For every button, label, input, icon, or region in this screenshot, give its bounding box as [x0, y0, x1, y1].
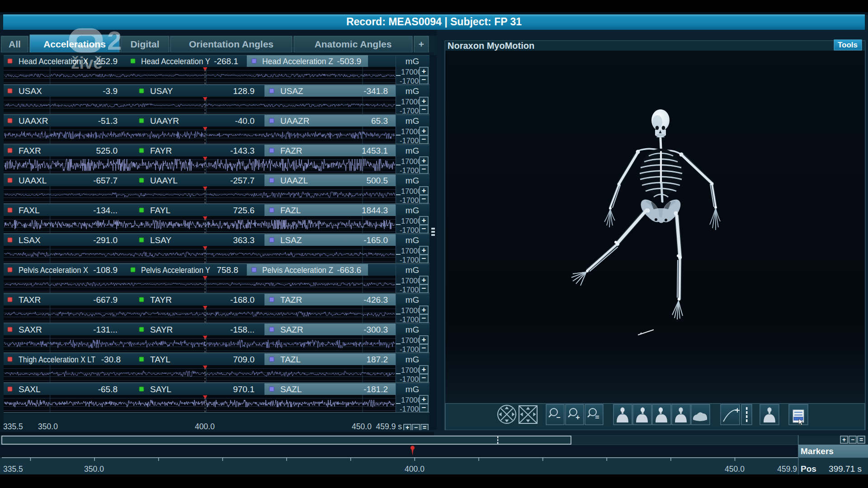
svg-text:−: −	[422, 314, 426, 323]
svg-text:=: =	[595, 413, 599, 421]
svg-text:mG: mG	[406, 176, 420, 185]
svg-text:-291.0: -291.0	[93, 235, 118, 245]
svg-text:−: −	[422, 105, 426, 114]
svg-text:TAZL: TAZL	[280, 355, 301, 364]
svg-text:-158...: -158...	[230, 325, 255, 334]
svg-text:400.0: 400.0	[195, 422, 215, 431]
svg-text:335.5: 335.5	[3, 422, 23, 431]
svg-text:Pos: Pos	[801, 464, 816, 474]
svg-text:mG: mG	[406, 206, 420, 215]
svg-text:-108.9: -108.9	[93, 265, 118, 275]
svg-text:SAXR: SAXR	[19, 325, 42, 334]
svg-text:=: =	[423, 424, 426, 431]
svg-text:17000: 17000	[401, 306, 422, 314]
svg-text:FAXL: FAXL	[19, 206, 39, 215]
svg-text:-657.7: -657.7	[93, 176, 118, 185]
svg-text:−: −	[422, 225, 426, 233]
svg-text:725.6: 725.6	[233, 206, 255, 215]
svg-text:Head Acceleration Z: Head Acceleration Z	[262, 56, 333, 66]
svg-text:-165.0: -165.0	[363, 235, 388, 245]
svg-text:Digital: Digital	[130, 39, 159, 49]
svg-text:-663.6: -663.6	[337, 265, 361, 275]
svg-text:−: −	[556, 413, 560, 421]
svg-text:LSAX: LSAX	[19, 235, 41, 245]
svg-text:350.0: 350.0	[38, 422, 58, 431]
svg-text:Pelvis Acceleration X: Pelvis Acceleration X	[19, 265, 88, 275]
svg-text:SAYL: SAYL	[150, 385, 171, 394]
svg-text:−: −	[422, 75, 426, 84]
svg-text:Record: MEAS0094 | Subject: FP: Record: MEAS0094 | Subject: FP 31	[346, 16, 522, 28]
svg-text:335.5: 335.5	[3, 465, 23, 474]
svg-text:−: −	[422, 254, 426, 263]
svg-text:mG: mG	[406, 56, 420, 66]
svg-text:−: −	[422, 165, 426, 174]
svg-text:187.2: 187.2	[366, 355, 388, 364]
svg-text:525.0: 525.0	[96, 146, 118, 155]
svg-text:399.71 s: 399.71 s	[829, 464, 862, 474]
svg-text:=: =	[859, 436, 863, 443]
svg-text:−: −	[422, 135, 426, 144]
svg-text:+: +	[422, 335, 426, 344]
svg-text:-268.1: -268.1	[214, 56, 238, 66]
svg-text:758.8: 758.8	[217, 265, 238, 275]
svg-text:17000: 17000	[401, 366, 422, 374]
svg-text:-143.3: -143.3	[230, 146, 255, 155]
svg-text:+: +	[422, 246, 426, 254]
svg-text:−: −	[422, 374, 426, 382]
svg-text:450.0: 450.0	[352, 422, 372, 431]
svg-text:17000: 17000	[401, 396, 422, 404]
svg-text:−: −	[422, 284, 426, 293]
svg-text:-341.8: -341.8	[363, 86, 388, 96]
svg-text:SAZR: SAZR	[280, 325, 303, 334]
svg-text:FAYR: FAYR	[150, 146, 172, 155]
svg-text:−: −	[422, 344, 426, 352]
svg-text:FAYL: FAYL	[150, 206, 170, 215]
svg-text:-300.3: -300.3	[363, 325, 388, 334]
svg-text:-426.3: -426.3	[363, 295, 388, 305]
svg-text:17000: 17000	[401, 217, 422, 225]
svg-text:mG: mG	[406, 265, 420, 275]
svg-text:+: +	[419, 39, 424, 49]
svg-text:17000: 17000	[401, 157, 422, 165]
svg-text:mG: mG	[406, 235, 420, 245]
svg-text:−: −	[851, 436, 854, 443]
svg-text:17000: 17000	[401, 187, 422, 195]
svg-text:+: +	[422, 67, 426, 75]
svg-text:UAAXR: UAAXR	[19, 116, 48, 126]
svg-text:+: +	[422, 216, 426, 225]
svg-text:-181.2: -181.2	[363, 385, 388, 394]
svg-text:+: +	[422, 97, 426, 105]
svg-text:17000: 17000	[401, 247, 422, 255]
svg-text:TAXR: TAXR	[19, 295, 41, 305]
svg-text:363.3: 363.3	[233, 235, 255, 245]
svg-text:2: 2	[107, 26, 122, 55]
svg-text:USAX: USAX	[19, 86, 42, 96]
svg-text:-667.9: -667.9	[93, 295, 118, 305]
svg-text:17000: 17000	[401, 277, 422, 285]
svg-text:UAAYL: UAAYL	[150, 176, 178, 185]
svg-text:UAAYR: UAAYR	[150, 116, 179, 126]
svg-text:-65.8: -65.8	[98, 385, 118, 394]
svg-text:970.1: 970.1	[233, 385, 255, 394]
svg-text:USAZ: USAZ	[280, 86, 303, 96]
svg-text:-40.0: -40.0	[235, 116, 255, 126]
svg-text:TAYR: TAYR	[150, 295, 172, 305]
svg-text:-131...: -131...	[93, 325, 118, 334]
svg-text:mG: mG	[406, 295, 420, 305]
svg-text:FAZL: FAZL	[280, 206, 301, 215]
svg-text:-257.7: -257.7	[230, 176, 255, 185]
svg-text:+: +	[406, 424, 409, 431]
svg-text:mG: mG	[406, 86, 420, 96]
svg-text:128.9: 128.9	[233, 86, 255, 96]
svg-text:-51.3: -51.3	[98, 116, 118, 126]
svg-text:UAAXL: UAAXL	[19, 176, 47, 185]
svg-text:SAZL: SAZL	[280, 385, 302, 394]
svg-text:+: +	[422, 156, 426, 165]
svg-text:All: All	[9, 39, 21, 49]
svg-text:LSAY: LSAY	[150, 235, 172, 245]
svg-text:mG: mG	[406, 146, 420, 155]
svg-text:65.3: 65.3	[371, 116, 388, 126]
svg-text:17000: 17000	[401, 98, 422, 106]
svg-text:UAAZL: UAAZL	[280, 176, 308, 185]
svg-text:-30.8: -30.8	[101, 355, 121, 364]
